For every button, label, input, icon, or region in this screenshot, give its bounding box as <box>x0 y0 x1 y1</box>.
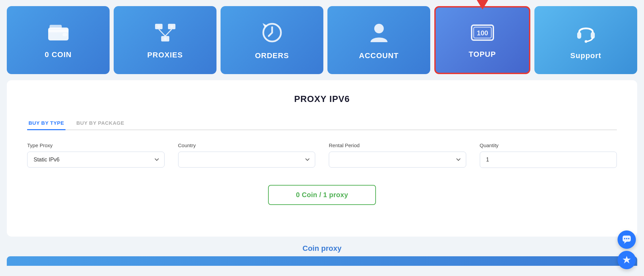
svg-line-7 <box>159 29 165 36</box>
svg-rect-1 <box>48 30 69 32</box>
nav-tile-account[interactable]: ACCOUNT <box>327 6 430 74</box>
rental-period-select[interactable] <box>329 152 466 168</box>
wallet-icon <box>48 23 69 45</box>
type-proxy-group: Type Proxy Static IPv6 Dynamic IPv6 Rota… <box>27 142 165 168</box>
main-content: PROXY IPV6 BUY BY TYPE BUY BY PACKAGE Ty… <box>7 80 637 237</box>
topup-tile-label: TOPUP <box>469 50 496 59</box>
svg-rect-17 <box>577 32 581 39</box>
svg-point-10 <box>170 25 173 28</box>
person-icon <box>370 22 388 46</box>
tab-buy-by-package[interactable]: BUY BY PACKAGE <box>75 117 126 130</box>
tabs: BUY BY TYPE BUY BY PACKAGE <box>27 117 617 130</box>
coin-tile-label: 0 COIN <box>45 50 72 59</box>
money-icon: 100 <box>470 24 495 45</box>
star-bubble[interactable] <box>618 251 636 269</box>
svg-rect-3 <box>50 25 62 29</box>
nav-tile-topup[interactable]: 100 TOPUP <box>434 6 530 74</box>
quantity-group: Quantity <box>480 142 617 168</box>
country-select[interactable] <box>178 152 316 168</box>
country-label: Country <box>178 142 316 148</box>
chat-bubble[interactable] <box>618 230 636 249</box>
price-button[interactable]: 0 Coin / 1 proxy <box>268 185 376 205</box>
headset-icon <box>576 22 596 46</box>
quantity-input[interactable] <box>480 152 617 168</box>
tab-buy-by-type[interactable]: BUY BY TYPE <box>27 117 65 130</box>
nav-tile-proxies[interactable]: PROXIES <box>114 6 216 74</box>
price-row: 0 Coin / 1 proxy <box>27 185 617 205</box>
form-row: Type Proxy Static IPv6 Dynamic IPv6 Rota… <box>27 142 617 168</box>
nav-tile-support[interactable]: Support <box>534 6 637 74</box>
svg-point-21 <box>624 238 625 239</box>
rental-period-label: Rental Period <box>329 142 466 148</box>
svg-text:100: 100 <box>477 29 488 37</box>
svg-point-9 <box>157 25 160 28</box>
footer-bar <box>7 256 637 266</box>
svg-point-22 <box>626 238 627 239</box>
proxy-icon <box>154 23 176 45</box>
svg-marker-24 <box>623 256 631 263</box>
svg-rect-2 <box>62 33 67 36</box>
country-group: Country <box>178 142 316 168</box>
bottom-label: Coin proxy <box>0 244 644 253</box>
svg-line-8 <box>165 29 172 36</box>
nav-tile-orders[interactable]: ORDERS <box>221 6 323 74</box>
rental-period-group: Rental Period <box>329 142 466 168</box>
svg-point-13 <box>374 24 384 33</box>
type-proxy-select[interactable]: Static IPv6 Dynamic IPv6 Rotating IPv6 <box>27 152 165 168</box>
history-icon <box>262 22 282 46</box>
top-nav: 0 COIN PROXIES ORDERS <box>0 0 644 74</box>
svg-point-19 <box>585 40 587 43</box>
svg-point-11 <box>164 37 167 40</box>
orders-tile-label: ORDERS <box>255 51 289 60</box>
quantity-label: Quantity <box>480 142 617 148</box>
account-tile-label: ACCOUNT <box>359 51 399 60</box>
nav-tile-coin[interactable]: 0 COIN <box>7 6 110 74</box>
proxies-tile-label: PROXIES <box>147 51 183 59</box>
page-title: PROXY IPV6 <box>27 94 617 104</box>
svg-point-23 <box>628 238 629 239</box>
support-tile-label: Support <box>570 51 601 60</box>
type-proxy-label: Type Proxy <box>27 142 165 148</box>
